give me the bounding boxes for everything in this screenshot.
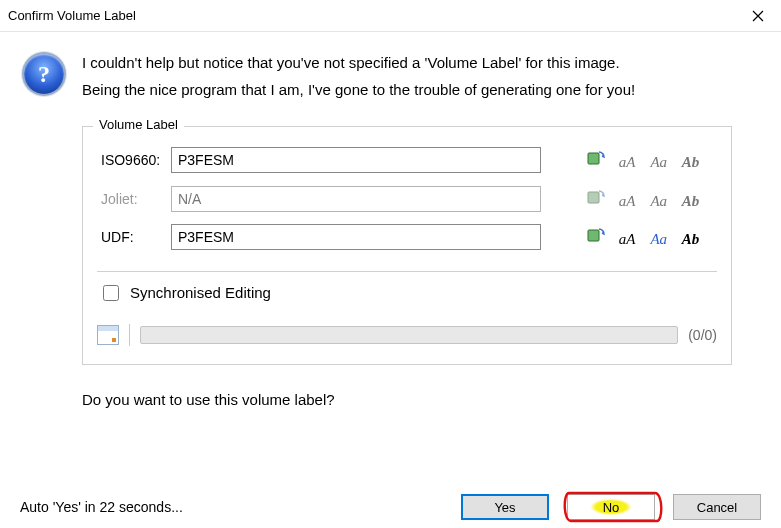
label-joliet: Joliet: — [97, 180, 167, 219]
divider — [97, 271, 717, 272]
uppercase-icon-udf[interactable]: aA — [615, 229, 639, 251]
button-row: Yes No Cancel — [461, 494, 761, 520]
sync-checkbox[interactable] — [103, 285, 119, 301]
sync-row: Synchronised Editing — [97, 282, 717, 304]
svg-rect-1 — [588, 192, 599, 203]
message-line-1: I couldn't help but notice that you've n… — [82, 54, 635, 71]
input-udf[interactable] — [171, 224, 541, 250]
label-udf: UDF: — [97, 218, 167, 257]
group-legend: Volume Label — [93, 117, 184, 132]
auto-timer-text: Auto 'Yes' in 22 seconds... — [20, 499, 461, 515]
progress-count: (0/0) — [688, 327, 717, 343]
progress-bar — [140, 326, 678, 344]
no-button[interactable]: No — [567, 494, 655, 520]
capitalize-icon-iso9660[interactable]: Aa — [647, 152, 671, 174]
dialog-footer: Auto 'Yes' in 22 seconds... Yes No Cance… — [0, 494, 781, 520]
window-title: Confirm Volume Label — [8, 8, 136, 23]
row-iso9660: ISO9660: aA Aa Ab — [97, 141, 717, 180]
calendar-icon[interactable] — [97, 325, 119, 345]
label-iso9660: ISO9660: — [97, 141, 167, 180]
uppercase-icon-joliet: aA — [615, 190, 639, 212]
input-iso9660[interactable] — [171, 147, 541, 173]
volume-label-group: Volume Label ISO9660: aA Aa Ab Joliet: — [82, 126, 732, 365]
capitalize-icon-joliet: Aa — [647, 190, 671, 212]
yes-button[interactable]: Yes — [461, 494, 549, 520]
close-button[interactable] — [735, 0, 781, 32]
question-icon: ? — [24, 54, 64, 94]
no-button-wrap: No — [567, 494, 655, 520]
titlebar: Confirm Volume Label — [0, 0, 781, 32]
capitalize-icon-udf[interactable]: Aa — [647, 229, 671, 251]
volume-label-table: ISO9660: aA Aa Ab Joliet: — [97, 141, 717, 257]
row-udf: UDF: aA Aa Ab — [97, 218, 717, 257]
cancel-button[interactable]: Cancel — [673, 494, 761, 520]
message-line-2: Being the nice program that I am, I've g… — [82, 81, 635, 98]
confirm-question: Do you want to use this volume label? — [82, 391, 761, 408]
refresh-icon-iso9660[interactable] — [584, 147, 608, 169]
close-icon — [752, 10, 764, 22]
dialog-content: ? I couldn't help but notice that you've… — [0, 32, 781, 420]
row-joliet: Joliet: aA Aa Ab — [97, 180, 717, 219]
message-row: ? I couldn't help but notice that you've… — [20, 50, 761, 108]
svg-rect-0 — [588, 153, 599, 164]
input-joliet — [171, 186, 541, 212]
refresh-icon-joliet — [584, 186, 608, 208]
ab-icon-udf[interactable]: Ab — [678, 229, 702, 251]
ab-icon-joliet: Ab — [678, 190, 702, 212]
progress-row: (0/0) — [97, 324, 717, 346]
refresh-icon-udf[interactable] — [584, 224, 608, 246]
message-text: I couldn't help but notice that you've n… — [82, 50, 635, 108]
ab-icon-iso9660[interactable]: Ab — [678, 152, 702, 174]
sync-label: Synchronised Editing — [130, 284, 271, 301]
vertical-separator — [129, 324, 130, 346]
uppercase-icon-iso9660[interactable]: aA — [615, 152, 639, 174]
question-icon-wrap: ? — [20, 50, 68, 94]
svg-rect-2 — [588, 230, 599, 241]
